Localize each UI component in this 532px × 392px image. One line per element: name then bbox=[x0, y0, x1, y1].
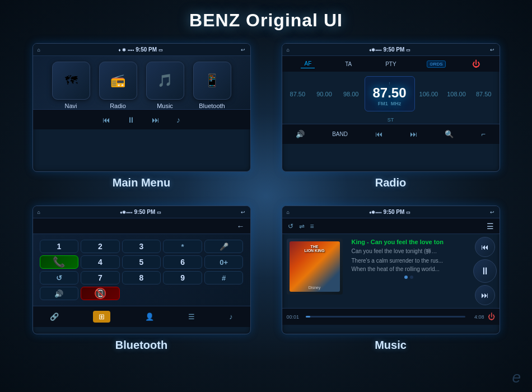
dial-volume[interactable]: 🔊 bbox=[40, 287, 79, 300]
dial-7[interactable]: 7 bbox=[81, 271, 120, 284]
bt-top-bar: ← bbox=[33, 218, 250, 234]
bluetooth-icon: 📱 bbox=[204, 73, 220, 88]
dial-3[interactable]: 3 bbox=[122, 240, 161, 253]
home-icon-music: ⌂ bbox=[287, 209, 290, 215]
home-icon-radio: ⌂ bbox=[287, 47, 290, 53]
dialpad-area: 1 2 3 * 🎤 📞 4 5 6 0+ ↺ 7 8 9 # 🔊 📵 bbox=[33, 234, 250, 306]
skip-prev-icon[interactable]: ⏮ bbox=[102, 115, 110, 124]
home-icon: ⌂ bbox=[38, 47, 40, 53]
watermark: e bbox=[512, 368, 521, 386]
track-info: King - Can you feel the love ton Can you… bbox=[347, 234, 470, 308]
volume-icon-radio[interactable]: 🔊 bbox=[296, 130, 305, 138]
back-icon-radio[interactable]: ↩ bbox=[490, 47, 494, 53]
navi-icon: 🗺 bbox=[65, 73, 77, 88]
music-screen-label: Music bbox=[375, 339, 407, 352]
time-total: 4:08 bbox=[469, 314, 484, 320]
bt-link-icon[interactable]: 🔗 bbox=[50, 312, 59, 321]
dial-8[interactable]: 8 bbox=[122, 271, 161, 284]
radio-frequency-area: 87.50 90.00 98.00 ↑ 87.50 FM1 MHz 106.00… bbox=[282, 72, 500, 116]
back-icon-music[interactable]: ↩ bbox=[490, 209, 494, 215]
call-end-button[interactable]: 📵 bbox=[81, 287, 120, 300]
dial-5[interactable]: 5 bbox=[122, 255, 161, 269]
menu-icons-row: 🗺 Navi 📻 Radio 🎵 bbox=[39, 62, 245, 109]
progress-bar[interactable] bbox=[306, 316, 465, 318]
dial-redial[interactable]: ↺ bbox=[40, 271, 79, 284]
bt-icon: ✱ bbox=[122, 48, 126, 53]
freq-10800[interactable]: 108.00 bbox=[442, 91, 470, 97]
bluetooth-screen-label: Bluetooth bbox=[115, 339, 167, 352]
radio-bottom-bar: 🔊 BAND ⏮ ⏭ 🔍 ⌐ bbox=[282, 124, 500, 144]
dial-6[interactable]: 6 bbox=[163, 255, 202, 269]
prev-icon-radio[interactable]: ⏮ bbox=[375, 130, 382, 138]
freq-9800[interactable]: 98.00 bbox=[338, 91, 365, 97]
music-top-icons: ↺ ⇌ ≡ bbox=[288, 222, 314, 230]
music-power-button[interactable]: ⏻ bbox=[488, 312, 495, 321]
time-current: 00:01 bbox=[287, 314, 302, 320]
next-icon-radio[interactable]: ⏭ bbox=[410, 130, 417, 138]
bt-recent-icon[interactable]: ☰ bbox=[188, 312, 195, 321]
prev-track-button[interactable]: ⏮ bbox=[475, 237, 495, 257]
skip-next-icon[interactable]: ⏭ bbox=[152, 115, 160, 124]
bt-contacts-icon[interactable]: 👤 bbox=[145, 312, 154, 321]
eq-icon[interactable]: ≡ bbox=[310, 222, 314, 230]
freq-9000[interactable]: 90.00 bbox=[311, 91, 338, 97]
menu-icon-radio[interactable]: ⌐ bbox=[481, 130, 486, 138]
radio-menu-item[interactable]: 📻 Radio bbox=[99, 62, 137, 109]
album-title: THELION KING bbox=[290, 245, 340, 253]
dial-0plus[interactable]: 0+ bbox=[204, 255, 244, 269]
shuffle-icon[interactable]: ⇌ bbox=[299, 222, 305, 230]
page-title: BENZ Original UI bbox=[0, 0, 532, 39]
radio-status-bar: ⌂ ♦✱▪▪▪▪ 9:50 PM ▭ ↩ bbox=[282, 44, 500, 56]
bluetooth-cell: ⌂ ♦✱▪▪▪▪ 9:50 PM ▭ ↩ ← 1 2 3 * bbox=[17, 201, 266, 363]
music-top-bar: ↺ ⇌ ≡ ☰ bbox=[282, 218, 500, 234]
bt-music-icon[interactable]: ♪ bbox=[229, 312, 233, 321]
dial-1[interactable]: 1 bbox=[40, 240, 79, 253]
next-track-button[interactable]: ⏭ bbox=[475, 285, 495, 305]
ta-button[interactable]: TA bbox=[342, 60, 355, 68]
call-accept-button[interactable]: 📞 bbox=[40, 255, 79, 269]
main-menu-time: ♦ ✱ ▪▪▪▪ 9:50 PM ▭ bbox=[119, 46, 163, 53]
play-pause-icon[interactable]: ⏸ bbox=[127, 115, 135, 124]
music-controls: ⏮ ⏸ ⏭ bbox=[470, 234, 500, 308]
navi-menu-item[interactable]: 🗺 Navi bbox=[52, 62, 90, 109]
music-frame: ⌂ ♦✱▪▪▪▪ 9:50 PM ▭ ↩ ↺ ⇌ ≡ ☰ bbox=[282, 206, 500, 334]
note-icon: ♪ bbox=[176, 115, 180, 124]
music-icon: 🎵 bbox=[157, 73, 172, 88]
music-menu-item[interactable]: 🎵 Music bbox=[146, 62, 184, 109]
music-bottom-bar: 00:01 4:08 ⏻ bbox=[282, 308, 500, 325]
track-line-1: Can you feel the love tonight (狮… bbox=[352, 248, 466, 255]
playlist-icon[interactable]: ☰ bbox=[487, 222, 494, 231]
main-menu-bottom-bar: ⏮ ⏸ ⏭ ♪ bbox=[33, 109, 250, 129]
search-icon-radio[interactable]: 🔍 bbox=[445, 130, 454, 138]
back-icon-bt[interactable]: ↩ bbox=[241, 209, 245, 215]
music-status-bar: ⌂ ♦✱▪▪▪▪ 9:50 PM ▭ ↩ bbox=[282, 206, 500, 218]
freq-8750b[interactable]: 87.50 bbox=[470, 91, 497, 97]
bluetooth-menu-item[interactable]: 📱 Bluetooth bbox=[193, 62, 231, 109]
bt-time: ♦✱▪▪▪▪ 9:50 PM ▭ bbox=[120, 209, 161, 215]
repeat-icon[interactable]: ↺ bbox=[288, 222, 293, 230]
navi-icon-box: 🗺 bbox=[52, 62, 90, 100]
dial-star[interactable]: * bbox=[163, 240, 202, 253]
pause-button[interactable]: ⏸ bbox=[473, 259, 497, 283]
bt-dialpad-tab[interactable]: ⊞ bbox=[93, 311, 110, 323]
bluetooth-label: Bluetooth bbox=[199, 102, 225, 109]
dial-mic[interactable]: 🎤 bbox=[204, 240, 244, 253]
track-line-3: When the heat of the rolling world... bbox=[352, 266, 466, 272]
progress-fill bbox=[306, 316, 311, 318]
bt-back-arrow[interactable]: ← bbox=[237, 222, 245, 231]
band-button[interactable]: BAND bbox=[332, 131, 348, 137]
gps-icon: ♦ bbox=[119, 48, 121, 53]
freq-10600[interactable]: 106.00 bbox=[415, 91, 443, 97]
dial-4[interactable]: 4 bbox=[81, 255, 120, 269]
main-menu-content: 🗺 Navi 📻 Radio 🎵 bbox=[33, 56, 250, 129]
freq-8750[interactable]: 87.50 bbox=[284, 91, 311, 97]
dot-2 bbox=[410, 276, 413, 279]
back-icon-main[interactable]: ↩ bbox=[241, 47, 245, 53]
dial-2[interactable]: 2 bbox=[81, 240, 120, 253]
dial-9[interactable]: 9 bbox=[163, 271, 202, 284]
af-button[interactable]: AF bbox=[301, 59, 315, 68]
radio-icon: 📻 bbox=[110, 73, 125, 88]
dial-hash[interactable]: # bbox=[204, 271, 244, 284]
radio-power-button[interactable]: ⏻ bbox=[472, 59, 480, 68]
pty-button[interactable]: PTY bbox=[382, 60, 399, 68]
